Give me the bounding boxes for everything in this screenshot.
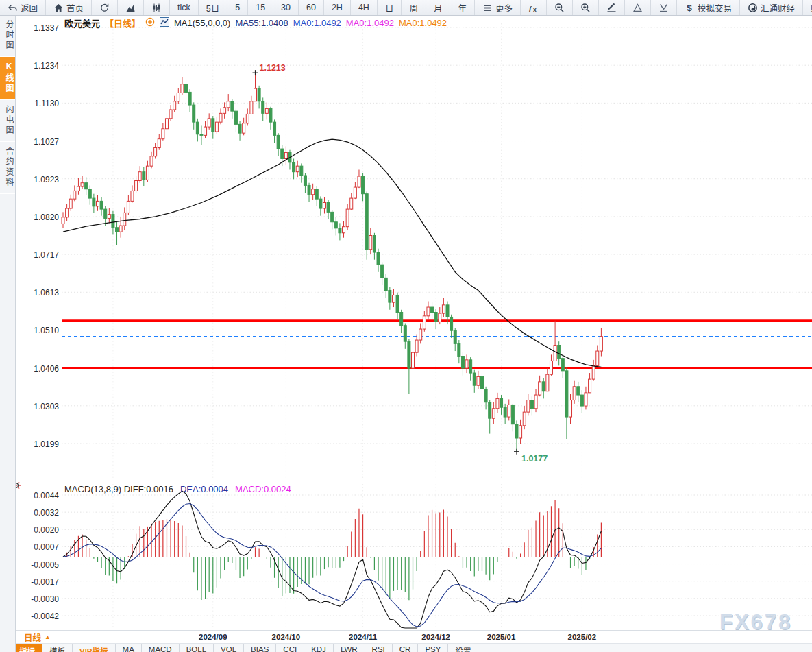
price-axis-label: 1.1234 (16, 61, 59, 71)
tab-ma[interactable]: MA (116, 644, 142, 652)
tab-macd[interactable]: MACD (142, 644, 180, 652)
triangle-up-button[interactable] (625, 0, 651, 15)
tick-button[interactable]: tick (170, 0, 199, 15)
period-5m-button-label: 5 (235, 3, 240, 12)
price-axis-label: 1.1027 (16, 137, 59, 147)
chevron-up-icon: ▲ (45, 633, 51, 640)
ma0-value-magenta: MA0:1.0492 (346, 18, 394, 28)
tick-button-label: tick (177, 3, 190, 12)
macd-axis-label: 0.0007 (16, 542, 59, 552)
tab-vip-indicator[interactable]: VIP指标 (73, 644, 116, 652)
huitong-button-label: 汇通财经 (761, 1, 795, 14)
macd-axis-label: -0.0005 (16, 560, 59, 570)
indicator-tabs-bar: 指标模板VIP指标MAMACDBOLLVOLBIASCCIKDJLWRRSICR… (12, 643, 812, 652)
zoom-out-button[interactable] (547, 0, 573, 15)
tab-template[interactable]: 模板 (42, 644, 73, 652)
home-button[interactable]: 首页 (46, 0, 92, 15)
calendar-button[interactable]: 财经日历 (803, 0, 812, 15)
menu-icon (482, 3, 493, 13)
date-axis-label: 2024/11 (349, 633, 377, 641)
macd-header: MACD(13,8,9) DIFF:0.0016 DEA:0.0004 MACD… (64, 484, 291, 494)
price-axis-label: 1.0613 (16, 288, 59, 298)
period-2h-button[interactable]: 2H (324, 0, 351, 15)
period-60m-button-label: 60 (306, 3, 316, 12)
macd-chart[interactable] (62, 484, 812, 629)
candlestick-chart[interactable] (62, 23, 812, 479)
macd-axis-label: -0.0030 (16, 594, 59, 604)
zoom-in-button[interactable] (573, 0, 599, 15)
period-4h-button-label: 4H (358, 3, 369, 12)
period-60m-button[interactable]: 60 (299, 0, 324, 15)
tab-lwr[interactable]: LWR (334, 644, 365, 652)
draw-icon (606, 3, 617, 13)
more-button[interactable]: 更多 (475, 0, 521, 15)
ma55-value: MA55:1.0408 (235, 18, 288, 28)
demo-trading-button-label: 模拟交易 (698, 1, 732, 14)
price-axis-label: 1.0199 (16, 439, 59, 449)
tab-bias[interactable]: BIAS (244, 644, 276, 652)
tab-psy[interactable]: PSY (418, 644, 448, 652)
macd-axis-label: 0.0044 (16, 491, 59, 500)
sidebar-item-contract-info[interactable]: 合约资料 (0, 142, 15, 194)
chart-type-sidebar: 分时图K线图闪电图合约资料 (0, 15, 16, 652)
triangle-up-icon (632, 3, 643, 13)
dollar-icon: $ (685, 3, 695, 13)
mini-kline-icon[interactable] (160, 17, 169, 29)
ma0-value-orange: MA0:1.0492 (399, 18, 447, 28)
ma0-value-blue: MA0:1.0492 (293, 18, 341, 28)
period-month-button[interactable]: 月 (426, 0, 451, 15)
tab-kdj[interactable]: KDJ (304, 644, 334, 652)
tab-settings[interactable]: 设置 (448, 644, 478, 652)
more-button-label: 更多 (495, 1, 513, 14)
sidebar-item-lightning[interactable]: 闪电图 (0, 100, 15, 142)
period-5m-button[interactable]: 5 (227, 0, 248, 15)
refresh-button[interactable] (92, 0, 118, 15)
period-day-button-label: 日 (385, 1, 394, 14)
period-selector-label: 日线 (24, 631, 41, 644)
macd-axis-label: -0.0017 (16, 577, 59, 587)
add-indicator-icon[interactable] (145, 17, 155, 29)
trend-chart-icon (125, 3, 136, 13)
date-axis-label: 2024/10 (272, 633, 301, 641)
price-axis-label: 1.1130 (16, 99, 59, 108)
demo-trading-button[interactable]: $模拟交易 (677, 0, 740, 15)
tab-cr[interactable]: CR (393, 644, 419, 652)
svg-text:$: $ (687, 3, 692, 13)
huitong-button[interactable]: 汇通财经 (740, 0, 803, 15)
period-year-button[interactable]: 年 (450, 0, 475, 15)
price-axis-label: 1.0923 (16, 175, 59, 184)
candle-chart-button[interactable] (144, 0, 170, 15)
back-arrow-icon (8, 3, 18, 13)
macd-value: MACD:0.0024 (235, 484, 291, 494)
svg-text:f: f (529, 3, 532, 12)
date-axis-label: 2025/01 (487, 633, 516, 641)
period-day-button[interactable]: 日 (378, 0, 402, 15)
price-axis-label: 1.0510 (16, 326, 59, 335)
tab-boll[interactable]: BOLL (180, 644, 214, 652)
period-4h-button[interactable]: 4H (351, 0, 378, 15)
period-selector[interactable]: 日线 ▲ (15, 631, 169, 642)
tab-vol[interactable]: VOL (214, 644, 244, 652)
period-15m-button[interactable]: 15 (248, 0, 273, 15)
period-5d-button-label: 5日 (206, 1, 219, 14)
period-week-button[interactable]: 周 (402, 0, 426, 15)
sidebar-item-kline[interactable]: K线图 (0, 57, 15, 100)
period-tag: 【日线】 (105, 16, 140, 29)
ma-settings-label: MA1(55,0,0,0) (174, 18, 230, 28)
triangle-down-button[interactable] (651, 0, 677, 15)
macd-axis-label: -0.0042 (16, 612, 59, 621)
price-axis-label: 1.0406 (16, 364, 59, 374)
period-year-button-label: 年 (458, 1, 467, 14)
macd-axis-label: 0.0032 (16, 508, 59, 518)
tab-rsi[interactable]: RSI (365, 644, 393, 652)
macd-dea-value: DEA:0.0004 (180, 484, 228, 494)
period-5d-button[interactable]: 5日 (199, 0, 227, 15)
tab-indicator[interactable]: 指标 (12, 644, 42, 652)
fx-button[interactable]: fx (521, 0, 547, 15)
period-30m-button[interactable]: 30 (273, 0, 299, 15)
sidebar-item-timeshare[interactable]: 分时图 (0, 15, 15, 57)
draw-button[interactable] (599, 0, 625, 15)
back-button[interactable]: 返回 (0, 0, 46, 15)
tab-cci[interactable]: CCI (276, 644, 304, 652)
trend-chart-button[interactable] (118, 0, 144, 15)
